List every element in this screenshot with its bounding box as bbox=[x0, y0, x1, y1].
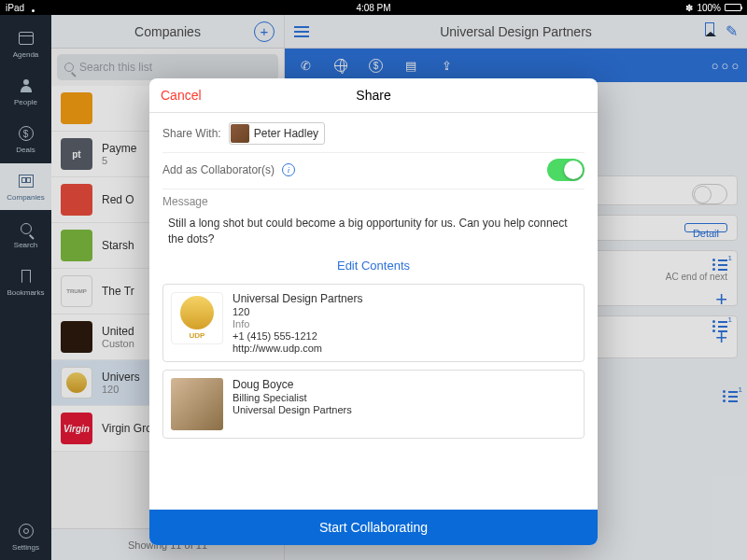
note-icon[interactable]: ▤ bbox=[403, 58, 418, 73]
nav-agenda[interactable]: Agenda bbox=[0, 21, 51, 67]
list-icon[interactable]: 1 bbox=[712, 259, 727, 272]
nav-people[interactable]: People bbox=[0, 68, 51, 115]
nav-people-label: People bbox=[14, 98, 37, 106]
nav-search-label: Search bbox=[14, 241, 37, 249]
add-company-button[interactable]: + bbox=[254, 21, 275, 42]
company-logo bbox=[61, 230, 92, 261]
sheet-title: Share bbox=[356, 88, 390, 103]
company-title: Payme bbox=[102, 142, 136, 155]
search-icon bbox=[64, 63, 74, 72]
cancel-button[interactable]: Cancel bbox=[161, 88, 202, 103]
companies-title: Companies bbox=[134, 24, 201, 39]
company-subtitle: 120 bbox=[102, 384, 140, 395]
nav-settings[interactable]: Settings bbox=[0, 513, 51, 560]
share-sheet: Cancel Share Share With: Peter Hadley Ad… bbox=[149, 78, 598, 545]
bookmark-icon bbox=[21, 270, 31, 283]
start-collaborating-button[interactable]: Start Collaborating bbox=[149, 510, 598, 545]
add-button[interactable]: + bbox=[715, 326, 727, 350]
nav-settings-label: Settings bbox=[12, 543, 39, 552]
company-title: United bbox=[102, 325, 134, 338]
edit-contents-button[interactable]: Edit Contents bbox=[162, 255, 585, 276]
gear-icon bbox=[19, 524, 34, 539]
nav-deals-label: Deals bbox=[16, 146, 35, 154]
page-title: Universal Design Partners bbox=[440, 24, 592, 39]
search-input[interactable]: Search this list bbox=[57, 54, 278, 80]
share-company-card[interactable]: UDP Universal Design Partners 120 Info +… bbox=[162, 284, 585, 362]
share-contact-card[interactable]: Doug Boyce Billing Specialist Universal … bbox=[162, 370, 585, 439]
wifi-icon bbox=[28, 3, 39, 12]
calendar-icon bbox=[19, 32, 34, 45]
list-icon[interactable]: 1 bbox=[723, 390, 738, 403]
building-icon bbox=[19, 175, 34, 188]
more-icon[interactable]: ○○○ bbox=[719, 58, 734, 73]
company-title: Starsh bbox=[102, 239, 134, 252]
company-info-label: Info bbox=[233, 318, 362, 329]
add-button[interactable]: + bbox=[715, 287, 727, 311]
battery-icon bbox=[725, 4, 741, 11]
company-phone: +1 (415) 555-1212 bbox=[233, 330, 362, 342]
left-nav: Agenda People $Deals Companies Search Bo… bbox=[0, 15, 51, 560]
device-label: iPad bbox=[6, 3, 24, 13]
company-url: http://www.udp.com bbox=[233, 343, 362, 354]
nav-companies-label: Companies bbox=[7, 193, 44, 202]
avatar bbox=[231, 124, 249, 143]
contact-name: Doug Boyce bbox=[233, 378, 352, 391]
company-logo: pt bbox=[61, 138, 92, 170]
collaborator-toggle[interactable] bbox=[547, 159, 585, 181]
battery-percent: 100% bbox=[697, 3, 721, 13]
nav-search[interactable]: Search bbox=[0, 211, 51, 258]
message-text[interactable]: Still a long shot but could become a big… bbox=[162, 216, 585, 247]
company-name: Universal Design Partners bbox=[233, 292, 362, 305]
toolbar: ✆ $ ▤ ⇪ ○○○ bbox=[285, 49, 747, 82]
money-icon[interactable]: $ bbox=[369, 59, 383, 73]
company-logo bbox=[61, 367, 92, 399]
message-label: Message bbox=[162, 189, 585, 208]
contact-role: Billing Specialist bbox=[233, 392, 352, 403]
bluetooth-icon: ✽ bbox=[685, 3, 693, 13]
dollar-icon: $ bbox=[19, 126, 34, 141]
add-collaborator-label: Add as Collaborator(s) bbox=[162, 163, 275, 176]
company-logo bbox=[61, 92, 92, 124]
company-logo: Virgin bbox=[61, 413, 92, 444]
company-subtitle: 5 bbox=[102, 155, 136, 166]
search-icon bbox=[21, 223, 32, 234]
contact-avatar bbox=[171, 378, 223, 430]
nav-bookmarks-label: Bookmarks bbox=[7, 288, 44, 297]
company-title: Univers bbox=[102, 371, 140, 384]
company-value: 120 bbox=[233, 306, 362, 317]
statusbar-time: 4:08 PM bbox=[356, 3, 390, 13]
company-title: Red O bbox=[102, 193, 134, 206]
company-subtitle: Custon bbox=[102, 338, 134, 349]
contact-company: Universal Design Partners bbox=[233, 404, 352, 415]
company-title: The Tr bbox=[102, 285, 134, 298]
phone-icon[interactable]: ✆ bbox=[298, 58, 313, 73]
logo-badge: UDP bbox=[190, 331, 205, 340]
company-logo: TRUMP bbox=[61, 275, 92, 307]
view-detail-button[interactable]: Detail bbox=[684, 223, 727, 232]
nav-bookmarks[interactable]: Bookmarks bbox=[0, 259, 51, 305]
nav-agenda-label: Agenda bbox=[13, 50, 39, 59]
companies-header: Companies + bbox=[51, 15, 284, 49]
nav-deals[interactable]: $Deals bbox=[0, 116, 51, 162]
person-icon bbox=[20, 79, 33, 92]
search-placeholder: Search this list bbox=[79, 61, 152, 74]
edit-icon[interactable]: ✎ bbox=[726, 22, 738, 40]
toggle[interactable] bbox=[692, 184, 727, 204]
company-logo bbox=[61, 321, 92, 353]
share-with-label: Share With: bbox=[162, 127, 221, 140]
company-logo: UDP bbox=[171, 292, 223, 344]
share-icon[interactable]: ⇪ bbox=[439, 58, 454, 73]
globe-icon[interactable] bbox=[333, 58, 348, 73]
info-icon[interactable]: i bbox=[282, 163, 295, 176]
nav-companies[interactable]: Companies bbox=[0, 163, 51, 210]
bookmark-icon[interactable] bbox=[705, 22, 714, 35]
recipient-chip[interactable]: Peter Hadley bbox=[229, 122, 325, 145]
company-logo bbox=[61, 184, 92, 216]
menu-icon[interactable] bbox=[294, 26, 309, 37]
recipient-name: Peter Hadley bbox=[254, 127, 318, 140]
